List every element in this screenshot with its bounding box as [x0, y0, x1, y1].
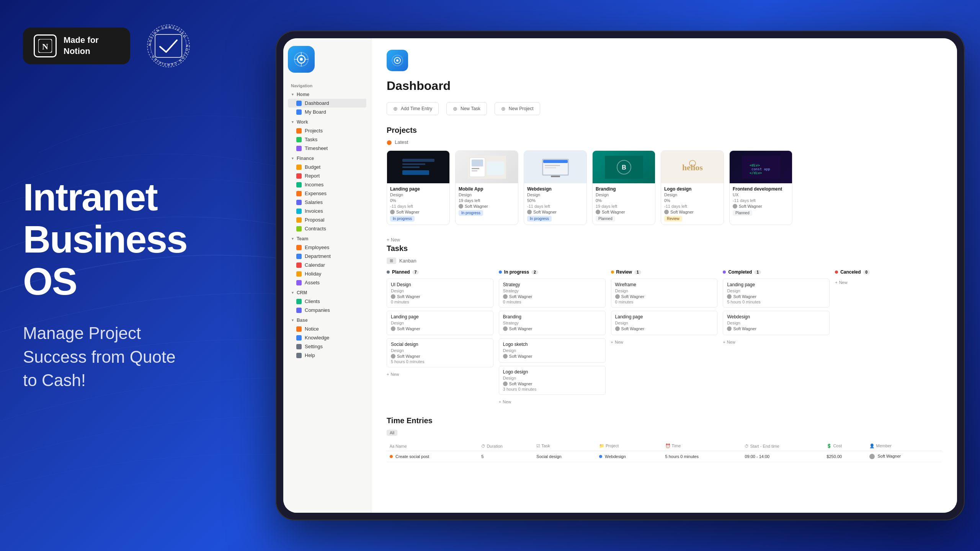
- sidebar-item-companies[interactable]: Companies: [288, 306, 366, 315]
- tablet-frame: Navigation ▼ Home Dashboard My Board: [276, 31, 965, 520]
- kanban-card-landing-completed[interactable]: Landing page Design Soft Wagner 5 hours …: [723, 279, 830, 308]
- sidebar-item-expenses[interactable]: Expenses: [288, 189, 366, 198]
- svg-rect-27: [545, 165, 560, 166]
- sidebar-work-header[interactable]: ▼ Work: [288, 118, 366, 126]
- sidebar-item-contracts[interactable]: Contracts: [288, 224, 366, 233]
- sidebar-item-employees[interactable]: Employees: [288, 243, 366, 252]
- kanban-card-wireframe[interactable]: Wireframe Design Soft Wagner 0 minutes: [611, 279, 718, 308]
- expenses-dot: [296, 191, 302, 196]
- cell-cost: $250.00: [823, 451, 866, 462]
- add-project-button[interactable]: + New: [387, 236, 942, 244]
- add-planned-button[interactable]: + New: [387, 370, 493, 378]
- add-completed-button[interactable]: + New: [723, 338, 830, 346]
- sidebar-item-proposal[interactable]: Proposal: [288, 215, 366, 224]
- sidebar-item-assets[interactable]: Assets: [288, 278, 366, 287]
- employees-dot: [296, 245, 302, 250]
- project-card-frontend[interactable]: <div> const app </div> Frontend developm…: [729, 150, 792, 225]
- project-card-branding[interactable]: B Branding Design 0% 19 days left Soft W…: [592, 150, 655, 225]
- canceled-status-icon: [835, 271, 838, 274]
- kanban-card-webdesign-completed[interactable]: Webdesign Design Soft Wagner: [723, 311, 830, 335]
- cell-range: 09:00 - 14:00: [742, 451, 823, 462]
- project-card-logo[interactable]: helios Logo design Design 0% -11 days le…: [661, 150, 724, 225]
- sidebar-item-myboard[interactable]: My Board: [288, 108, 366, 116]
- tasks-dot: [296, 137, 302, 142]
- svg-rect-22: [472, 170, 477, 171]
- sidebar-item-budget[interactable]: Budget: [288, 163, 366, 171]
- sidebar-item-salaries[interactable]: Salaries: [288, 198, 366, 207]
- sidebar-item-help[interactable]: Help: [288, 351, 366, 360]
- table-row[interactable]: Create social post 5 Social design Webde…: [387, 451, 942, 462]
- kanban-card-strategy[interactable]: Strategy Strategy Soft Wagner 0 minutes: [499, 279, 606, 308]
- completed-status-icon: [723, 271, 726, 274]
- sidebar-item-settings[interactable]: Settings: [288, 342, 366, 351]
- add-project-plus-icon: +: [387, 237, 389, 243]
- add-time-entry-button[interactable]: ⊕ Add Time Entry: [387, 102, 439, 115]
- cell-task: Social design: [533, 451, 596, 462]
- sidebar-crm-header[interactable]: ▼ CRM: [288, 289, 366, 297]
- kanban-card-branding-task[interactable]: Branding Strategy Soft Wagner: [499, 311, 606, 335]
- contracts-dot: [296, 226, 302, 231]
- kanban-card-social-design[interactable]: Social design Design Soft Wagner 5 hours…: [387, 338, 493, 367]
- col-range: ⏱ Start - End time: [742, 441, 823, 451]
- time-entries-view: All: [387, 430, 942, 436]
- project-card-webdesign[interactable]: Webdesign Design 50% -11 days left Soft …: [524, 150, 587, 225]
- clients-dot: [296, 299, 302, 304]
- new-project-button[interactable]: ⊕ New Project: [495, 102, 540, 115]
- calendar-dot: [296, 262, 302, 268]
- kanban-label: ⊞ Kanban: [387, 258, 942, 264]
- incomes-dot: [296, 182, 302, 187]
- sidebar-item-clients[interactable]: Clients: [288, 297, 366, 306]
- kanban-review-header: Review 1: [611, 269, 718, 275]
- sidebar-base-header[interactable]: ▼ Base: [288, 316, 366, 324]
- report-dot: [296, 173, 302, 179]
- sidebar-section-team: ▼ Team Employees Department Calendar: [288, 235, 366, 287]
- projects-dot: [296, 128, 302, 134]
- sidebar-item-holiday[interactable]: Holiday: [288, 269, 366, 278]
- sidebar-item-timesheet[interactable]: Timesheet: [288, 144, 366, 153]
- inprogress-status-icon: [499, 271, 502, 274]
- project-card-landing[interactable]: Landing page Design 0% -11 days left Sof…: [387, 150, 450, 225]
- sidebar-finance-header[interactable]: ▼ Finance: [288, 154, 366, 163]
- sidebar-item-department[interactable]: Department: [288, 252, 366, 261]
- projects-view-label: ⬤ Latest: [387, 139, 942, 145]
- department-dot: [296, 254, 302, 259]
- kanban-card-logo-design-task[interactable]: Logo design Design Soft Wagner 3 hours 0…: [499, 366, 606, 395]
- project-card-mobile[interactable]: Mobile App Design 19 days left Soft Wagn…: [455, 150, 518, 225]
- svg-point-8: [300, 58, 303, 61]
- sidebar-item-incomes[interactable]: Incomes: [288, 180, 366, 189]
- new-task-button[interactable]: ⊕ New Task: [446, 102, 487, 115]
- sidebar-item-calendar[interactable]: Calendar: [288, 261, 366, 269]
- kanban-card-landing-review[interactable]: Landing page Design Soft Wagner: [611, 311, 718, 335]
- kanban-card-landing-planned[interactable]: Landing page Design Soft Wagner: [387, 311, 493, 335]
- time-table-header-row: Aa Name ⏱ Duration ☑ Task 📁 Project ⏰ Ti…: [387, 441, 942, 451]
- project-card-body-mobile: Mobile App Design 19 days left Soft Wagn…: [456, 183, 518, 219]
- sidebar-team-header[interactable]: ▼ Team: [288, 235, 366, 243]
- notion-badge: N Made for Notion: [23, 28, 130, 64]
- all-filter-button[interactable]: All: [387, 430, 397, 436]
- sidebar-item-knowledge[interactable]: Knowledge: [288, 333, 366, 342]
- cell-time: 5 hours 0 minutes: [662, 451, 742, 462]
- status-badge-webdesign: In progress: [527, 216, 552, 222]
- latest-dot-icon: ⬤: [387, 140, 392, 145]
- sidebar-home-header[interactable]: ▼ Home: [288, 90, 366, 99]
- kanban-card-ui-design[interactable]: UI Design Design Soft Wagner 0 minutes: [387, 279, 493, 308]
- cell-name: Create social post: [387, 451, 478, 462]
- sidebar-item-dashboard[interactable]: Dashboard: [288, 99, 366, 108]
- add-canceled-button[interactable]: + New: [835, 279, 942, 286]
- svg-rect-5: [155, 34, 182, 57]
- sidebar-item-report[interactable]: Report: [288, 171, 366, 180]
- plus-icon-1: ⊕: [393, 106, 398, 112]
- add-review-button[interactable]: + New: [611, 338, 718, 346]
- kanban-col-canceled: Canceled 0 + New: [835, 269, 942, 406]
- add-completed-plus-icon: +: [723, 340, 725, 344]
- main-app-icon: [387, 50, 408, 71]
- status-badge-branding: Planned: [596, 216, 615, 222]
- kanban-card-logo-sketch[interactable]: Logo sketch Design Soft Wagner: [499, 338, 606, 363]
- sidebar-item-projects[interactable]: Projects: [288, 126, 366, 135]
- add-inprogress-button[interactable]: + New: [499, 398, 606, 406]
- col-project: 📁 Project: [596, 441, 662, 451]
- sidebar-item-invoices[interactable]: Invoices: [288, 207, 366, 215]
- sidebar-item-notice[interactable]: Notice: [288, 324, 366, 333]
- sidebar-item-tasks[interactable]: Tasks: [288, 135, 366, 144]
- tasks-title: Tasks: [387, 244, 942, 253]
